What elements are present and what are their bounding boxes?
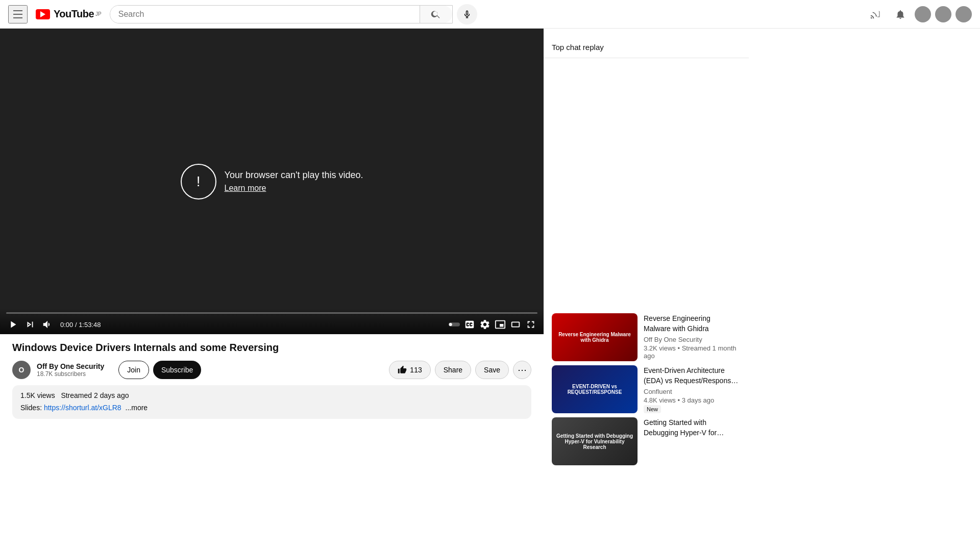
cast-button[interactable] <box>866 4 886 24</box>
description-box[interactable]: 1.5K views Streamed 2 days ago Slides: h… <box>12 385 531 419</box>
related-title: Reverse Engineering Malware with Ghidra <box>644 313 739 334</box>
settings-icon <box>479 319 491 330</box>
video-error-container: ! Your browser can't play this video. Le… <box>181 164 363 199</box>
subscribe-button[interactable]: Subscribe <box>153 361 201 379</box>
youtube-logo[interactable]: YouTubeJP <box>36 8 102 20</box>
join-button[interactable]: Join <box>118 361 149 379</box>
channel-actions: Join Subscribe <box>118 361 201 379</box>
cast-icon <box>870 9 881 20</box>
time-display: 0:00 / 1:53:48 <box>60 321 101 329</box>
avatar-3[interactable] <box>955 6 972 22</box>
bell-icon <box>895 9 906 20</box>
video-section: ! Your browser can't play this video. Le… <box>0 29 544 478</box>
live-toggle[interactable] <box>448 318 461 331</box>
streamed-date: Streamed 2 days ago <box>61 391 129 399</box>
youtube-icon <box>36 9 50 19</box>
slides-link[interactable]: https://shorturl.at/xGLR8 <box>44 404 121 412</box>
theater-button[interactable] <box>509 318 522 331</box>
video-title: Windows Device Drivers Internals and som… <box>12 340 531 355</box>
header: YouTubeJP <box>0 0 980 29</box>
skip-next-icon <box>24 319 36 330</box>
channel-name[interactable]: Off By One Security <box>37 362 104 370</box>
related-thumbnail: Reverse Engineering Malware with Ghidra <box>552 313 638 361</box>
exclamation-mark: ! <box>197 173 201 190</box>
channel-row: O Off By One Security 18.7K subscribers … <box>12 361 531 379</box>
related-info: Reverse Engineering Malware with Ghidra … <box>642 313 741 361</box>
learn-more-link[interactable]: Learn more <box>225 184 266 193</box>
settings-button[interactable] <box>478 318 492 331</box>
thumbs-up-icon <box>398 365 407 374</box>
miniplayer-icon <box>495 319 506 330</box>
description-more[interactable]: ...more <box>126 404 148 412</box>
related-thumbnail: EVENT-DRIVEN vs REQUEST/RESPONSE <box>552 365 638 413</box>
related-item[interactable]: Getting Started with Debugging Hyper-V f… <box>552 417 741 465</box>
search-icon <box>431 9 441 19</box>
next-button[interactable] <box>23 318 37 331</box>
logo-suffix: JP <box>95 11 102 17</box>
search-button[interactable] <box>420 6 452 23</box>
related-channel: Off By One Security <box>644 336 739 343</box>
video-player: ! Your browser can't play this video. Le… <box>0 29 544 334</box>
notifications-button[interactable] <box>890 4 911 24</box>
related-info: Event-Driven Architecture (EDA) vs Reque… <box>642 365 741 413</box>
header-right <box>866 4 972 24</box>
related-thumbnail: Getting Started with Debugging Hyper-V f… <box>552 417 638 465</box>
logo-text: YouTube <box>54 8 94 20</box>
live-toggle-icon <box>449 319 460 330</box>
channel-info: Off By One Security 18.7K subscribers <box>37 362 104 378</box>
video-controls: 0:00 / 1:53:48 <box>0 308 544 334</box>
description-text: Slides: https://shorturl.at/xGLR8 ...mor… <box>20 403 523 413</box>
controls-row: 0:00 / 1:53:48 <box>6 318 537 331</box>
miniplayer-button[interactable] <box>494 318 507 331</box>
svg-point-1 <box>449 323 452 326</box>
related-meta: 4.8K views • 3 days ago <box>644 396 739 404</box>
channel-subscribers: 18.7K subscribers <box>37 370 104 378</box>
captions-icon <box>464 319 475 330</box>
like-button[interactable]: 113 <box>389 361 430 379</box>
related-meta: 3.2K views • Streamed 1 month ago <box>644 344 739 360</box>
header-center <box>110 4 477 24</box>
more-options-button[interactable]: ⋯ <box>513 361 531 379</box>
mic-icon <box>462 10 472 19</box>
avatar[interactable] <box>915 6 931 22</box>
save-button[interactable]: Save <box>475 361 509 379</box>
error-icon: ! <box>181 164 216 199</box>
avatar-2[interactable] <box>935 6 951 22</box>
share-button[interactable]: Share <box>435 361 471 379</box>
controls-right <box>448 318 537 331</box>
error-text-block: Your browser can't play this video. Lear… <box>225 170 363 193</box>
related-info: Getting Started with Debugging Hyper-V f… <box>642 417 741 465</box>
fullscreen-icon <box>525 319 536 330</box>
like-count: 113 <box>410 366 422 374</box>
mic-button[interactable] <box>457 4 477 24</box>
search-input[interactable] <box>110 6 420 23</box>
channel-avatar[interactable]: O <box>12 361 31 379</box>
video-info: Windows Device Drivers Internals and som… <box>0 334 544 379</box>
chat-content <box>544 58 749 313</box>
slides-label: Slides: <box>20 404 42 412</box>
new-badge: New <box>644 405 661 413</box>
main-layout: ! Your browser can't play this video. Le… <box>0 29 980 478</box>
related-videos-list: Reverse Engineering Malware with Ghidra … <box>544 313 749 465</box>
related-title: Event-Driven Architecture (EDA) vs Reque… <box>644 365 739 386</box>
volume-button[interactable] <box>41 318 54 331</box>
search-bar <box>110 5 453 23</box>
error-message: Your browser can't play this video. <box>225 170 363 181</box>
play-button[interactable] <box>6 318 19 331</box>
related-item[interactable]: EVENT-DRIVEN vs REQUEST/RESPONSE Event-D… <box>552 365 741 413</box>
progress-bar[interactable] <box>6 312 537 314</box>
fullscreen-button[interactable] <box>524 318 537 331</box>
action-buttons: 113 Share Save ⋯ <box>389 361 531 379</box>
theater-icon <box>510 319 521 330</box>
related-item[interactable]: Reverse Engineering Malware with Ghidra … <box>552 313 741 361</box>
play-icon <box>7 319 18 330</box>
captions-button[interactable] <box>463 318 476 331</box>
related-title: Getting Started with Debugging Hyper-V f… <box>644 417 739 438</box>
sidebar: Top chat replay Reverse Engineering Malw… <box>544 29 749 478</box>
view-count: 1.5K views <box>20 391 55 399</box>
video-meta: 1.5K views Streamed 2 days ago <box>20 391 523 399</box>
volume-icon <box>42 319 53 330</box>
menu-button[interactable] <box>8 5 28 23</box>
related-channel: Confluent <box>644 388 739 395</box>
header-left: YouTubeJP <box>8 5 102 23</box>
